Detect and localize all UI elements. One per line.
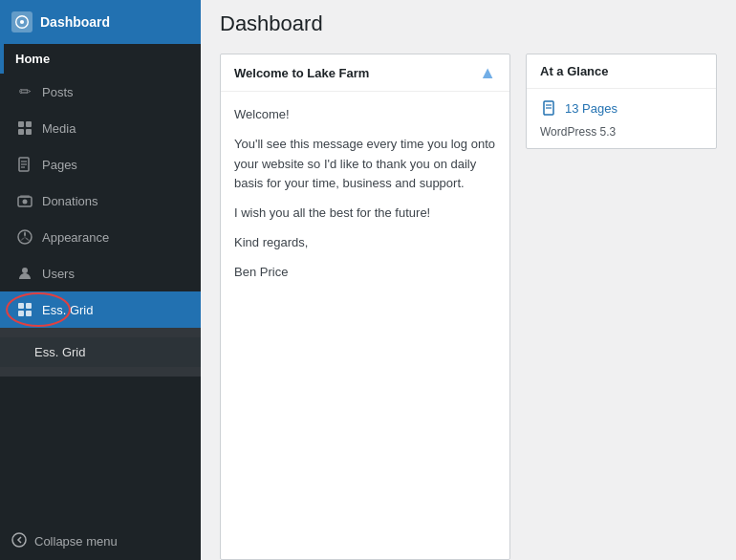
dashboard-icon (11, 11, 32, 32)
at-a-glance-body: 13 Pages WordPress 5.3 (527, 89, 716, 148)
sidebar-item-pages[interactable]: Pages (0, 146, 201, 183)
welcome-panel-header: Welcome to Lake Farm ▲ (221, 54, 509, 92)
welcome-panel-title: Welcome to Lake Farm (234, 66, 369, 80)
svg-point-11 (23, 200, 28, 205)
svg-rect-12 (20, 195, 30, 198)
collapse-icon (11, 532, 27, 550)
at-a-glance-pages-icon (540, 98, 559, 118)
sidebar-item-label: Posts (42, 85, 74, 99)
main-header: Dashboard (201, 0, 736, 54)
sidebar-item-label: Appearance (42, 230, 109, 245)
svg-rect-5 (26, 129, 32, 135)
welcome-panel: Welcome to Lake Farm ▲ Welcome! You'll s… (220, 54, 510, 560)
at-a-glance-pages-link[interactable]: 13 Pages (565, 101, 617, 116)
svg-rect-18 (26, 311, 32, 316)
sidebar-item-donations[interactable]: Donations (0, 183, 201, 219)
sidebar-item-essgrid[interactable]: Ess. Grid (0, 291, 201, 328)
welcome-line-4: Kind regards, (234, 233, 496, 253)
sidebar-item-home[interactable]: Home (0, 44, 201, 74)
sidebar: Dashboard Home ✏ Posts Media Pages (0, 0, 201, 560)
ess-grid-icon (15, 300, 34, 319)
welcome-line-5: Ben Price (234, 263, 496, 283)
at-a-glance-title: At a Glance (527, 54, 716, 89)
sidebar-item-appearance[interactable]: Appearance (0, 219, 201, 255)
sidebar-item-label: Pages (42, 158, 77, 172)
welcome-line-1: Welcome! (234, 105, 496, 125)
posts-icon: ✏ (15, 82, 34, 101)
svg-point-1 (20, 20, 24, 24)
sidebar-item-label: Ess. Grid (42, 303, 93, 317)
at-a-glance-pages-item: 13 Pages (540, 98, 703, 118)
page-title: Dashboard (220, 11, 717, 36)
media-icon (15, 118, 34, 138)
ess-grid-submenu-label: Ess. Grid (34, 345, 85, 359)
welcome-panel-close-button[interactable]: ▲ (479, 64, 496, 81)
collapse-menu[interactable]: Collapse menu (0, 523, 201, 560)
ess-grid-submenu: Ess. Grid (0, 328, 201, 377)
sidebar-header-label: Dashboard (40, 14, 110, 30)
svg-rect-17 (18, 311, 24, 316)
welcome-line-3: I wish you all the best for the future! (234, 204, 496, 224)
welcome-panel-body: Welcome! You'll see this message every t… (221, 92, 509, 306)
svg-rect-3 (26, 121, 32, 127)
svg-rect-16 (26, 303, 32, 309)
content-area: Welcome to Lake Farm ▲ Welcome! You'll s… (201, 54, 736, 560)
sidebar-item-media[interactable]: Media (0, 110, 201, 146)
sidebar-item-label: Media (42, 121, 76, 136)
at-a-glance-panel: At a Glance 13 Pages WordPress 5.3 (526, 54, 717, 149)
svg-rect-4 (18, 129, 24, 135)
sidebar-item-label: Donations (42, 194, 98, 208)
users-icon (15, 264, 34, 283)
svg-rect-2 (18, 121, 24, 127)
donations-icon (15, 191, 34, 210)
main-content: Dashboard Welcome to Lake Farm ▲ Welcome… (201, 0, 736, 560)
sidebar-item-posts[interactable]: ✏ Posts (0, 74, 201, 110)
collapse-label: Collapse menu (34, 534, 118, 549)
at-a-glance-wp-version: WordPress 5.3 (540, 125, 703, 139)
ess-grid-submenu-item[interactable]: Ess. Grid (0, 337, 201, 367)
pages-icon (15, 155, 34, 174)
sidebar-item-users[interactable]: Users (0, 255, 201, 291)
appearance-icon (15, 227, 34, 247)
sidebar-dashboard-header[interactable]: Dashboard (0, 0, 201, 44)
sidebar-home-label: Home (15, 52, 50, 66)
svg-rect-15 (18, 303, 24, 309)
welcome-line-2: You'll see this message every time you l… (234, 135, 496, 194)
svg-point-14 (22, 268, 28, 273)
sidebar-item-label: Users (42, 267, 75, 281)
